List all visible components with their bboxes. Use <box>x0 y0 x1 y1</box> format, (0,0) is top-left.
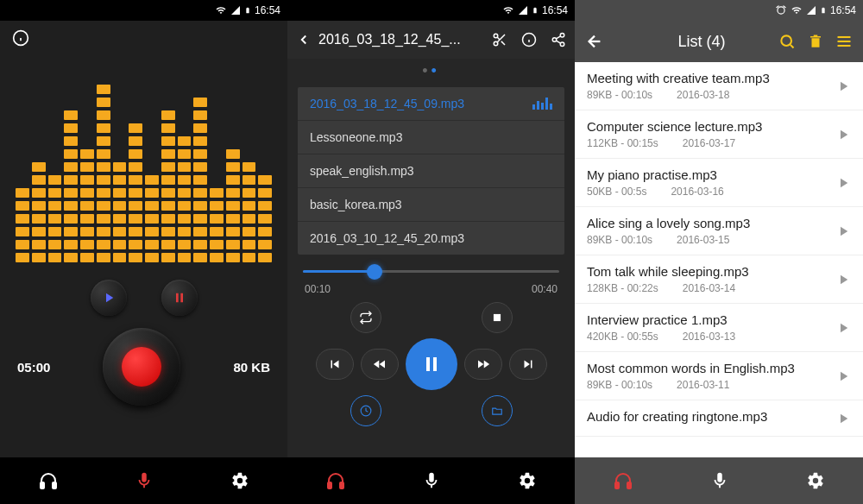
battery-icon <box>244 4 251 16</box>
mic-icon[interactable] <box>135 471 154 490</box>
recording-meta: 420KB - 00:55s2016-03-13 <box>587 331 825 343</box>
eq-column <box>210 59 224 262</box>
playlist-item[interactable]: basic_korea.mp3 <box>298 188 564 222</box>
play-icon[interactable] <box>835 272 851 287</box>
speed-button[interactable] <box>350 395 381 426</box>
playlist-item[interactable]: 2016_03_10_12_45_20.mp3 <box>298 222 564 255</box>
playlist-item-name: basic_korea.mp3 <box>310 198 402 211</box>
rewind-button[interactable] <box>361 349 399 380</box>
play-pause-button[interactable] <box>406 338 457 390</box>
list-item[interactable]: Tom talk while sleeping.mp3128KB - 00:22… <box>575 255 863 304</box>
recording-meta: 50KB - 00:5s2016-03-16 <box>587 186 825 198</box>
svg-point-5 <box>494 34 498 38</box>
info-icon[interactable] <box>12 29 29 47</box>
player-controls <box>287 302 575 426</box>
battery-icon <box>532 4 539 16</box>
svg-point-23 <box>781 35 791 46</box>
list-item[interactable]: Most common words in English.mp389KB - 0… <box>575 352 863 400</box>
svg-point-15 <box>560 42 564 47</box>
back-icon[interactable] <box>296 32 312 47</box>
play-icon[interactable] <box>835 411 851 426</box>
signal-icon <box>230 5 241 16</box>
bottom-nav <box>575 457 863 504</box>
list-topbar: List (4) <box>575 21 863 62</box>
list-item[interactable]: My piano practise.mp350KB - 00:5s2016-03… <box>575 159 863 207</box>
playlist: 2016_03_18_12_45_09.mp3Lessoneone.mp3spe… <box>298 87 564 255</box>
list-item[interactable]: Alice sing a lovely song.mp389KB - 00:10… <box>575 207 863 255</box>
svg-rect-21 <box>340 482 343 488</box>
recording-name: Alice sing a lovely song.mp3 <box>587 216 825 230</box>
eq-column <box>129 59 142 262</box>
playlist-item[interactable]: speak_english.mp3 <box>298 154 564 188</box>
eq-column <box>48 59 62 262</box>
settings-icon[interactable] <box>806 471 825 490</box>
recording-meta: 128KB - 00:22s2016-03-14 <box>587 282 825 294</box>
status-bar: 16:54 <box>0 0 287 21</box>
status-time: 16:54 <box>542 4 568 16</box>
svg-line-16 <box>556 41 560 43</box>
stop-button[interactable] <box>482 302 513 333</box>
play-icon[interactable] <box>835 320 851 336</box>
pause-button[interactable] <box>161 280 198 316</box>
play-icon[interactable] <box>835 127 851 142</box>
alarm-icon <box>775 4 787 16</box>
bottom-nav <box>0 457 287 504</box>
eq-column <box>226 59 240 262</box>
play-icon[interactable] <box>835 175 851 191</box>
info-icon[interactable] <box>521 32 537 47</box>
mic-icon[interactable] <box>422 471 441 490</box>
list-item[interactable]: Computer science lecture.mp3112KB - 00:1… <box>575 110 863 159</box>
svg-point-14 <box>552 38 557 42</box>
headphones-icon[interactable] <box>38 470 59 491</box>
forward-button[interactable] <box>464 349 502 380</box>
playlist-item[interactable]: Lessoneone.mp3 <box>298 121 564 154</box>
list-screen: 16:54 List (4) Meeting with creative tea… <box>575 0 863 504</box>
search-icon[interactable] <box>778 33 796 50</box>
time-total: 00:40 <box>532 283 557 295</box>
status-bar: 16:54 <box>575 0 863 21</box>
page-dots: •• <box>287 59 575 84</box>
cut-icon[interactable] <box>492 32 507 47</box>
playlist-item[interactable]: 2016_03_18_12_45_09.mp3 <box>298 87 564 121</box>
eq-column <box>258 59 272 262</box>
back-icon[interactable] <box>585 32 604 51</box>
recording-name: My piano practise.mp3 <box>587 167 825 182</box>
settings-icon[interactable] <box>230 471 249 490</box>
record-button[interactable] <box>103 328 180 406</box>
list-item[interactable]: Interview practice 1.mp3420KB - 00:55s20… <box>575 304 863 352</box>
headphones-icon[interactable] <box>613 470 633 491</box>
folder-button[interactable] <box>482 395 513 426</box>
recording-meta: 89KB - 00:10s2016-03-11 <box>587 379 825 391</box>
eq-column <box>97 59 110 262</box>
list-item[interactable]: Audio for creating ringtone.mp3 <box>575 400 863 437</box>
list-item[interactable]: Meeting with creative team.mp389KB - 00:… <box>575 62 863 110</box>
time-current: 00:10 <box>305 283 331 295</box>
settings-icon[interactable] <box>518 471 537 490</box>
prev-track-button[interactable] <box>316 349 354 380</box>
bottom-nav <box>287 457 575 504</box>
share-icon[interactable] <box>551 32 566 47</box>
play-icon[interactable] <box>835 369 851 384</box>
wifi-icon <box>791 5 803 16</box>
playlist-item-name: 2016_03_10_12_45_20.mp3 <box>310 231 464 245</box>
play-button[interactable] <box>91 280 127 316</box>
mic-icon[interactable] <box>710 471 729 490</box>
svg-point-13 <box>560 34 564 38</box>
eq-column <box>178 59 192 262</box>
wifi-icon <box>215 5 227 16</box>
play-icon[interactable] <box>835 224 851 239</box>
seek-slider[interactable] <box>303 270 559 273</box>
repeat-button[interactable] <box>350 302 381 333</box>
next-track-button[interactable] <box>509 349 547 380</box>
svg-rect-28 <box>615 482 619 488</box>
headphones-icon[interactable] <box>325 470 346 491</box>
recording-meta: 89KB - 00:10s2016-03-15 <box>587 234 825 246</box>
recording-name: Most common words in English.mp3 <box>587 361 825 375</box>
menu-icon[interactable] <box>835 33 853 50</box>
recording-name: Tom talk while sleeping.mp3 <box>587 264 825 279</box>
play-icon[interactable] <box>835 79 851 94</box>
eq-column <box>145 59 159 262</box>
signal-icon <box>518 5 528 16</box>
eq-column <box>80 59 94 262</box>
delete-icon[interactable] <box>808 33 823 50</box>
